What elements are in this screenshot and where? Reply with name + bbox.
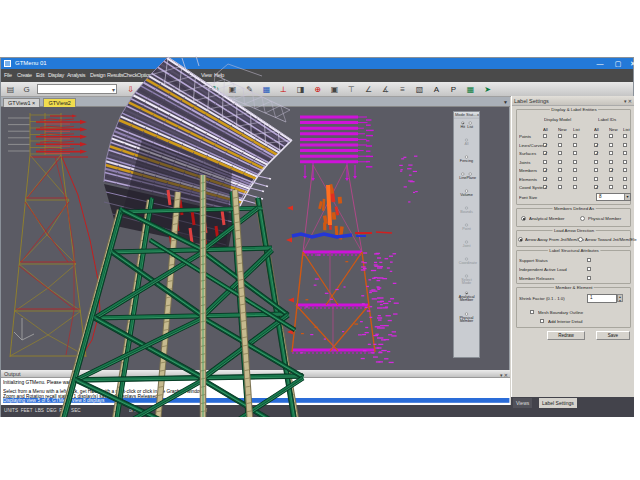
panel-tab-label-settings[interactable]: Label Settings: [539, 398, 577, 408]
check-ids-2[interactable]: [623, 134, 627, 138]
label-a-icon[interactable]: A: [429, 83, 444, 96]
menu-analysis[interactable]: Analysis: [67, 69, 85, 82]
check-dm-2[interactable]: [573, 143, 577, 147]
check-independent-active-load[interactable]: [587, 267, 591, 271]
mode-option-joint[interactable]: Joint: [459, 238, 475, 249]
menu-help[interactable]: Help: [214, 69, 224, 82]
check-dm-2[interactable]: [573, 134, 577, 138]
label-p-icon[interactable]: P: [446, 83, 461, 96]
menu-create[interactable]: Create: [17, 69, 32, 82]
angle-icon[interactable]: ∠: [361, 83, 376, 96]
radio-arrow-toward[interactable]: [578, 237, 583, 242]
check-ids-2[interactable]: [623, 143, 627, 147]
check-dm-0[interactable]: [543, 143, 547, 147]
mode-option-volume[interactable]: Volume: [459, 187, 475, 198]
list-icon[interactable]: ≡: [395, 83, 410, 96]
table-icon[interactable]: ▦: [463, 83, 478, 96]
menu-check[interactable]: Check: [123, 69, 137, 82]
check-dm-2[interactable]: [573, 151, 577, 155]
check-dm-2[interactable]: [573, 160, 577, 164]
radio-analytical-member[interactable]: [521, 216, 526, 221]
check-ids-1[interactable]: [609, 160, 613, 164]
tsquare-icon[interactable]: ⊤: [344, 83, 359, 96]
check-support-status[interactable]: [587, 258, 591, 262]
menu-edit[interactable]: Edit: [36, 69, 44, 82]
monitor-icon[interactable]: ▣: [327, 83, 342, 96]
graphics-viewport[interactable]: [1, 107, 510, 370]
target-icon[interactable]: ⊕: [310, 83, 325, 96]
check-ids-0[interactable]: [594, 177, 598, 181]
shrink-spinner[interactable]: ▲▼: [617, 294, 623, 302]
check-dm-0[interactable]: [543, 185, 547, 189]
maximize-button[interactable]: ▢: [611, 59, 625, 68]
check-dm-1[interactable]: [558, 177, 562, 181]
check-ids-0[interactable]: [594, 185, 598, 189]
panel-tab-views[interactable]: Views: [513, 398, 532, 408]
box3d-icon[interactable]: ▧: [412, 83, 427, 96]
view-tab-gtview2[interactable]: GTView2: [43, 98, 76, 107]
mode-option-fencing[interactable]: Fencing: [459, 153, 475, 164]
check-mesh-boundary[interactable]: [530, 310, 534, 314]
mode-option-all[interactable]: All: [459, 136, 475, 147]
close-icon[interactable]: x: [477, 112, 479, 117]
check-ids-2[interactable]: [623, 168, 627, 172]
check-dm-1[interactable]: [558, 134, 562, 138]
check-ids-1[interactable]: [609, 185, 613, 189]
mode-option-select-mode[interactable]: Select Mode: [459, 272, 475, 283]
print-icon[interactable]: ▤: [3, 83, 18, 96]
check-ids-0[interactable]: [594, 143, 598, 147]
shrink-factor-input[interactable]: 1: [587, 294, 617, 303]
menu-design[interactable]: Design: [90, 69, 105, 82]
display-icon[interactable]: ▣: [225, 83, 240, 96]
menu-options[interactable]: Options: [137, 69, 154, 82]
tab-overflow-icon[interactable]: ▼: [503, 99, 508, 105]
check-member-releases[interactable]: [587, 276, 591, 280]
radio-physical-member[interactable]: [580, 216, 585, 221]
check-ids-0[interactable]: [594, 134, 598, 138]
open-model-icon[interactable]: G: [19, 83, 34, 96]
angle2-icon[interactable]: ∡: [378, 83, 393, 96]
check-dm-0[interactable]: [543, 177, 547, 181]
check-ids-1[interactable]: [609, 168, 613, 172]
minimize-button[interactable]: —: [593, 59, 607, 68]
panel-controls[interactable]: ▾ ✕: [624, 98, 632, 104]
output-controls[interactable]: ▾ ✕: [500, 371, 508, 379]
check-dm-0[interactable]: [543, 168, 547, 172]
mode-option-pair[interactable]: LinePlane: [459, 170, 475, 181]
check-ids-0[interactable]: [594, 151, 598, 155]
mode-option-coordinate[interactable]: Coordinate: [459, 255, 475, 266]
check-dm-1[interactable]: [558, 168, 562, 172]
snap-icon[interactable]: ◧: [174, 83, 189, 96]
close-button[interactable]: ✕: [626, 59, 640, 68]
mode-option-pair[interactable]: HitList: [459, 119, 475, 130]
import-icon[interactable]: ⇩: [123, 83, 138, 96]
check-dm-1[interactable]: [558, 151, 562, 155]
check-ids-0[interactable]: [594, 160, 598, 164]
mode-option-point[interactable]: Point: [459, 221, 475, 232]
check-ids-2[interactable]: [623, 177, 627, 181]
check-dm-2[interactable]: [573, 177, 577, 181]
menu-units[interactable]: Units: [155, 69, 166, 82]
mode-option-analytical-member[interactable]: AnalyticalMember: [459, 289, 475, 302]
menu-results[interactable]: Results: [107, 69, 123, 82]
menu-tools[interactable]: Tools: [173, 69, 184, 82]
save-button[interactable]: Save: [596, 331, 630, 340]
grid-icon[interactable]: ▦: [259, 83, 274, 96]
radio-arrow-away[interactable]: [518, 237, 523, 242]
check-dm-1[interactable]: [558, 143, 562, 147]
mode-option-bounds[interactable]: Bounds: [459, 204, 475, 215]
check-dm-1[interactable]: [558, 160, 562, 164]
check-dm-1[interactable]: [558, 185, 562, 189]
erase-icon[interactable]: ◨: [293, 83, 308, 96]
redraw-icon[interactable]: ↺: [191, 83, 206, 96]
pointer-icon[interactable]: ➤: [480, 83, 495, 96]
check-ids-1[interactable]: [609, 177, 613, 181]
font-size-dropdown[interactable]: 8▾: [596, 193, 631, 201]
refresh-icon[interactable]: ↻: [208, 83, 223, 96]
check-dm-0[interactable]: [543, 160, 547, 164]
check-dm-2[interactable]: [573, 185, 577, 189]
select-icon[interactable]: ▦: [157, 83, 172, 96]
view-tab-gtview1[interactable]: GTView1 ×: [3, 98, 40, 107]
menu-display[interactable]: Display: [48, 69, 64, 82]
check-add-interior[interactable]: [540, 319, 544, 323]
